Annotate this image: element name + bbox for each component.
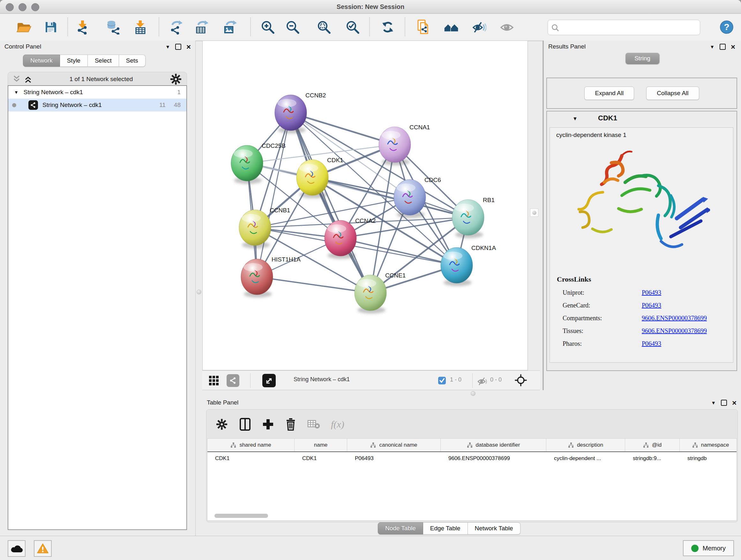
network-row[interactable]: String Network – cdk1 11 48 [8, 99, 186, 111]
left-splitter-handle[interactable] [197, 290, 201, 294]
network-node-CDC25B[interactable] [231, 145, 263, 184]
apply-layout-button[interactable] [378, 17, 398, 37]
node-table[interactable]: shared namenamecanonical namedatabase id… [207, 438, 737, 521]
expand-all-icon[interactable] [23, 75, 33, 83]
hidden-eye-icon[interactable] [476, 375, 489, 388]
network-node-CCNE1[interactable] [354, 275, 387, 314]
node-entry-header[interactable]: ▼ CDK1 [547, 111, 737, 127]
table-cell[interactable]: 9606.ENSP00000378699 [441, 452, 546, 465]
tab-network[interactable]: Network [23, 55, 60, 67]
crosslink-tissues-link[interactable]: 9606.ENSP00000378699 [642, 327, 707, 334]
panel-float-icon[interactable] [720, 44, 726, 50]
tab-sets[interactable]: Sets [119, 55, 145, 67]
collapse-all-icon[interactable] [12, 75, 21, 83]
expand-all-button[interactable]: Expand All [584, 86, 634, 100]
table-cell[interactable]: cyclin-dependent ... [546, 452, 625, 465]
search-input[interactable] [561, 21, 697, 34]
horizontal-scrollbar[interactable] [214, 514, 268, 518]
export-table-button[interactable] [192, 17, 212, 37]
table-row[interactable]: CDK1CDK1P064939606.ENSP00000378699cyclin… [207, 452, 737, 465]
import-network-file-button[interactable] [72, 17, 93, 37]
panel-close-icon[interactable]: × [732, 400, 737, 406]
table-cell[interactable]: stringdb [680, 452, 737, 465]
zoom-fit-button[interactable] [314, 17, 334, 37]
import-network-database-button[interactable] [103, 17, 124, 37]
detach-view-icon[interactable] [262, 374, 276, 387]
warnings-button[interactable] [34, 540, 52, 557]
show-columns-icon[interactable] [239, 418, 251, 431]
right-splitter-handle[interactable] [530, 208, 538, 217]
tab-string[interactable]: String [625, 53, 659, 64]
column-header-canonical-name[interactable]: canonical name [347, 439, 441, 451]
panel-menu-icon[interactable]: ▼ [710, 44, 715, 50]
panel-float-icon[interactable] [175, 44, 181, 50]
center-view-icon[interactable] [515, 374, 527, 387]
network-edge-HIST1H1A-CCNE1[interactable] [257, 277, 370, 293]
network-edge-CCNA2-CDKN1A[interactable] [340, 238, 457, 265]
export-image-button[interactable] [220, 17, 240, 37]
tab-network-table[interactable]: Network Table [468, 522, 521, 535]
panel-float-icon[interactable] [721, 400, 727, 406]
entry-collapse-icon[interactable]: ▼ [572, 116, 578, 122]
memory-button[interactable]: Memory [683, 540, 734, 556]
selected-checkbox[interactable] [438, 376, 446, 385]
network-node-RB1[interactable] [452, 199, 484, 238]
gear-icon[interactable] [170, 73, 182, 85]
panel-close-icon[interactable]: × [186, 44, 191, 50]
panel-menu-icon[interactable]: ▼ [711, 400, 716, 406]
network-canvas[interactable]: CCNB2CCNA1CDC25BCDK1CDC6RB1CCNB1CCNA2CDK… [202, 41, 528, 370]
import-table-file-button[interactable] [130, 17, 151, 37]
network-node-CDKN1A[interactable] [441, 247, 473, 286]
network-node-CDK1[interactable] [296, 160, 328, 198]
add-column-icon[interactable] [262, 418, 274, 430]
save-session-button[interactable] [41, 17, 61, 37]
crosslink-genecard-link[interactable]: P06493 [642, 302, 661, 309]
help-button[interactable]: ? [717, 17, 737, 37]
function-builder-icon: f(x) [331, 419, 344, 430]
new-network-from-selection-button[interactable] [413, 17, 434, 37]
collapse-all-button[interactable]: Collapse All [646, 86, 699, 100]
tab-style[interactable]: Style [60, 55, 88, 67]
table-cell[interactable]: stringdb:9... [625, 452, 680, 465]
network-collection-row[interactable]: ▼ String Network – cdk1 1 [8, 86, 186, 99]
network-node-CCNA2[interactable] [325, 220, 356, 259]
table-panel: Table Panel ▼ × [202, 396, 741, 536]
crosslink-pharos-link[interactable]: P06493 [642, 340, 661, 348]
collection-expand-icon[interactable]: ▼ [14, 90, 18, 95]
column-header--id[interactable]: @id [625, 439, 680, 451]
column-header-namespace[interactable]: namespace [680, 439, 737, 451]
column-header-description[interactable]: description [546, 439, 625, 451]
crosslink-compartments-link[interactable]: 9606.ENSP00000378699 [642, 314, 707, 322]
table-gear-icon[interactable] [215, 418, 228, 431]
network-overview-icon[interactable] [226, 374, 239, 387]
hide-selected-button[interactable] [468, 17, 489, 37]
column-header-database-identifier[interactable]: database identifier [441, 439, 546, 451]
zoom-out-button[interactable] [282, 17, 303, 37]
network-node-CCNB1[interactable] [239, 210, 271, 248]
table-cell[interactable]: CDK1 [294, 452, 347, 465]
panel-menu-icon[interactable]: ▼ [165, 44, 170, 50]
network-node-CCNA1[interactable] [379, 127, 411, 165]
open-session-button[interactable] [13, 17, 34, 37]
tab-edge-table[interactable]: Edge Table [423, 522, 468, 535]
export-network-button[interactable] [165, 17, 186, 37]
first-neighbors-button[interactable] [441, 17, 461, 37]
zoom-selected-button[interactable] [342, 17, 363, 37]
column-header-name[interactable]: name [294, 439, 347, 451]
cloud-status-button[interactable] [8, 540, 25, 557]
zoom-in-button[interactable] [258, 17, 278, 37]
crosslink-uniprot-link[interactable]: P06493 [642, 289, 661, 296]
horizontal-splitter-handle[interactable] [471, 391, 475, 396]
cloud-icon [10, 544, 23, 553]
network-edge-CCNB2-CCNE1[interactable] [291, 113, 370, 293]
table-cell[interactable]: P06493 [347, 452, 441, 465]
network-node-HIST1H1A[interactable] [241, 259, 273, 298]
tab-select[interactable]: Select [88, 55, 119, 67]
column-header-shared-name[interactable]: shared name [207, 439, 294, 451]
delete-column-icon[interactable] [285, 418, 296, 431]
grid-icon[interactable] [207, 374, 220, 387]
tab-node-table[interactable]: Node Table [378, 522, 423, 535]
network-node-CCNB2[interactable] [275, 95, 307, 133]
table-cell[interactable]: CDK1 [207, 452, 294, 465]
panel-close-icon[interactable]: × [731, 44, 735, 50]
